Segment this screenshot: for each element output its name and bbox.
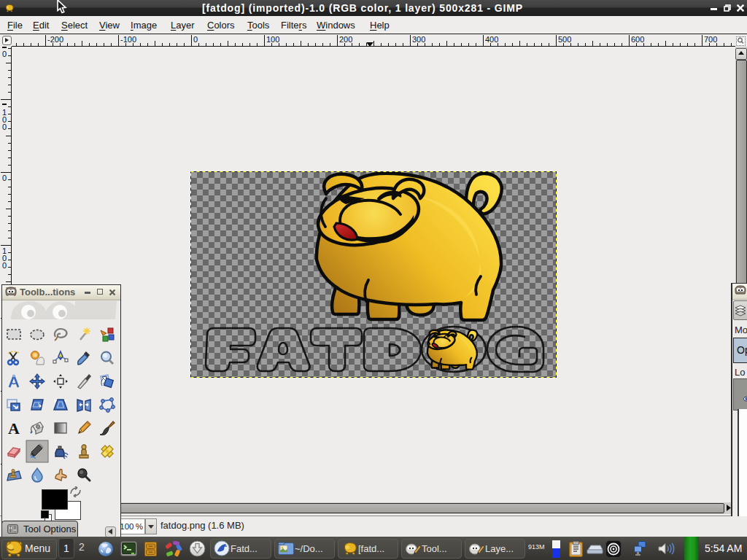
svg-text:300: 300 <box>412 35 425 44</box>
svg-text:0: 0 <box>2 122 7 131</box>
svg-text:700: 700 <box>704 35 717 44</box>
svg-text:0: 0 <box>2 174 7 182</box>
svg-text:-100: -100 <box>120 35 136 44</box>
svg-text:A: A <box>8 419 20 438</box>
svg-text:600: 600 <box>631 35 644 44</box>
svg-text:100: 100 <box>266 35 279 44</box>
svg-text:0: 0 <box>193 35 198 44</box>
svg-text:-200: -200 <box>47 35 63 44</box>
svg-text:0: 0 <box>2 50 7 58</box>
svg-text:0: 0 <box>2 261 7 270</box>
svg-text:400: 400 <box>485 35 498 44</box>
svg-text:200: 200 <box>339 35 352 44</box>
svg-text:500: 500 <box>558 35 571 44</box>
